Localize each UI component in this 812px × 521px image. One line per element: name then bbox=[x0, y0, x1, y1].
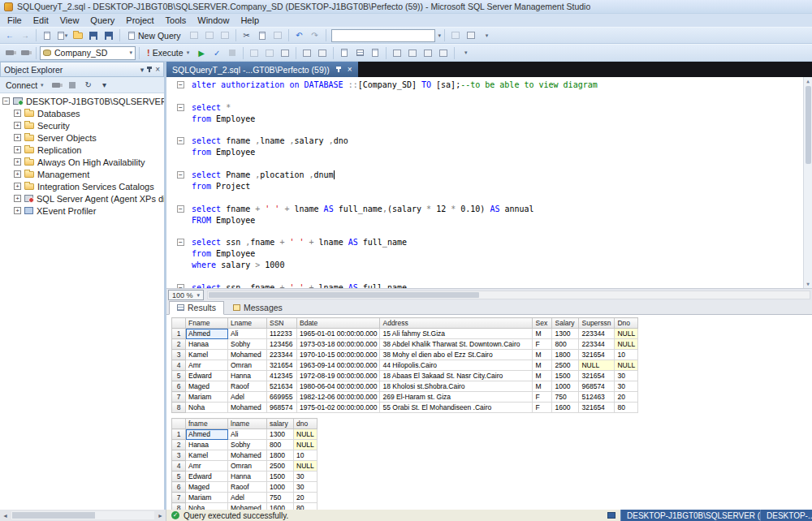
grid-cell[interactable]: Raoof bbox=[228, 381, 267, 392]
open-file-icon[interactable] bbox=[71, 28, 85, 42]
grid-cell[interactable]: 55 Orabi St. El Mohandiseen .Cairo bbox=[380, 403, 533, 413]
grid-cell[interactable]: Mariam bbox=[186, 493, 228, 503]
editor-horizontal-scrollbar[interactable] bbox=[207, 291, 810, 299]
include-client-statistics-icon[interactable] bbox=[315, 46, 330, 60]
expand-icon[interactable]: + bbox=[14, 110, 21, 117]
grid-cell[interactable]: 1800 bbox=[552, 350, 579, 360]
grid-cell[interactable]: 1600 bbox=[267, 503, 294, 510]
column-header[interactable]: salary bbox=[267, 419, 294, 429]
grid-cell[interactable]: Ali bbox=[228, 429, 267, 440]
row-header[interactable]: 7 bbox=[172, 493, 186, 503]
collapse-icon[interactable]: − bbox=[2, 97, 10, 105]
navigate-forward-icon[interactable]: → bbox=[18, 28, 32, 42]
menu-tools[interactable]: Tools bbox=[160, 15, 192, 26]
fold-collapse-icon[interactable]: − bbox=[177, 205, 184, 213]
code-line[interactable]: −select ssn ,fname + ' ' + lname AS full… bbox=[166, 237, 802, 248]
grid-cell[interactable]: 1300 bbox=[552, 329, 579, 339]
grid-cell[interactable]: Adel bbox=[228, 493, 267, 503]
grid-cell[interactable]: 30 bbox=[294, 482, 317, 493]
grid-cell[interactable]: 20 bbox=[294, 493, 317, 503]
new-project-icon[interactable]: ▾ bbox=[55, 28, 70, 42]
grid-cell[interactable]: NULL bbox=[294, 440, 317, 450]
code-line[interactable]: from Employee bbox=[166, 248, 802, 260]
grid-cell[interactable]: 512463 bbox=[579, 392, 615, 403]
grid-cell[interactable]: 1975-01-02 00:00:00.000 bbox=[297, 403, 380, 413]
grid-cell[interactable]: 44 Hilopolis.Cairo bbox=[380, 360, 533, 371]
find-dropdown-icon[interactable]: ▾ bbox=[438, 32, 442, 39]
grid-cell[interactable]: 112233 bbox=[267, 329, 297, 339]
new-query-icon[interactable] bbox=[40, 28, 54, 42]
column-header[interactable]: Salary bbox=[552, 318, 579, 329]
find-combobox[interactable] bbox=[331, 29, 435, 42]
tab-messages[interactable]: Messages bbox=[226, 302, 290, 314]
grid-corner[interactable] bbox=[172, 318, 186, 329]
code-line[interactable] bbox=[166, 192, 802, 204]
decrease-indent-icon[interactable] bbox=[421, 46, 435, 60]
grid-cell[interactable]: Ahmed bbox=[186, 429, 228, 440]
refresh-icon[interactable]: ↻ bbox=[81, 78, 96, 92]
grid-cell[interactable]: 521634 bbox=[267, 381, 297, 392]
grid-cell[interactable]: 1982-12-06 00:00:00.000 bbox=[297, 392, 380, 403]
grid-cell[interactable]: Mohamed bbox=[228, 503, 267, 510]
code-line[interactable] bbox=[166, 158, 802, 170]
tree-node[interactable]: +XEvent Profiler bbox=[0, 205, 164, 217]
grid-cell[interactable]: 1500 bbox=[267, 471, 294, 482]
scroll-left-icon[interactable]: ◄ bbox=[0, 513, 11, 519]
row-header[interactable]: 3 bbox=[172, 450, 186, 461]
stop-icon[interactable] bbox=[65, 78, 80, 92]
xmla-query-icon[interactable] bbox=[218, 28, 232, 42]
scrollbar-thumb[interactable] bbox=[12, 512, 95, 519]
code-line[interactable]: −select Pname ,plocation ,dnum bbox=[166, 170, 802, 181]
grid-cell[interactable]: 18 Kholosi st.Shobra.Cairo bbox=[380, 381, 533, 392]
row-header[interactable]: 2 bbox=[172, 339, 186, 350]
objexp-horizontal-scrollbar[interactable]: ◄ ► bbox=[0, 510, 166, 521]
grid-cell[interactable]: F bbox=[533, 339, 552, 350]
menu-query[interactable]: Query bbox=[84, 15, 120, 26]
code-line[interactable] bbox=[166, 271, 802, 282]
grid-cell[interactable]: 18 Abaas El 3akaad St. Nasr City.Cairo bbox=[380, 371, 533, 381]
include-actual-plan-icon[interactable] bbox=[300, 46, 314, 60]
grid-cell[interactable]: 1970-10-15 00:00:00.000 bbox=[297, 350, 380, 360]
expand-icon[interactable]: + bbox=[14, 183, 21, 190]
tree-node[interactable]: +SQL Server Agent (Agent XPs disabled) bbox=[0, 192, 164, 205]
grid-cell[interactable]: Mohamed bbox=[228, 403, 267, 413]
tab-sqlquery[interactable]: SQLQueryT_2.sql -...GT0B\Perfecto (59)) … bbox=[166, 62, 358, 77]
execute-dropdown-icon[interactable]: ▾ bbox=[187, 50, 190, 56]
code-editor[interactable]: −alter authorization on DATABASE ::[Comp… bbox=[166, 77, 812, 288]
grid-cell[interactable]: 321654 bbox=[579, 403, 615, 413]
grid-cell[interactable]: 30 bbox=[615, 381, 638, 392]
grid-cell[interactable]: 1972-08-19 00:00:00.000 bbox=[297, 371, 380, 381]
grid-cell[interactable]: Amr bbox=[186, 461, 228, 471]
undo-icon[interactable]: ↶ bbox=[292, 28, 307, 42]
copy-icon[interactable] bbox=[255, 28, 270, 42]
grid-cell[interactable]: 123456 bbox=[267, 339, 297, 350]
grid-cell[interactable]: Mariam bbox=[186, 392, 228, 403]
grid-cell[interactable]: 1963-09-14 00:00:00.000 bbox=[297, 360, 380, 371]
fold-collapse-icon[interactable]: − bbox=[177, 104, 184, 111]
column-header[interactable]: lname bbox=[228, 419, 267, 429]
tree-node[interactable]: +Security bbox=[0, 119, 164, 131]
query-options-icon[interactable] bbox=[262, 46, 277, 60]
column-header[interactable]: Superssn bbox=[579, 318, 615, 329]
code-line[interactable]: −alter authorization on DATABASE ::[Comp… bbox=[166, 80, 802, 91]
grid-cell[interactable]: 15 Ali fahmy St.Giza bbox=[380, 329, 533, 339]
comment-icon[interactable] bbox=[390, 46, 404, 60]
column-header[interactable]: Bdate bbox=[297, 318, 380, 329]
cut-icon[interactable]: ✂ bbox=[240, 28, 254, 42]
database-engine-query-icon[interactable] bbox=[187, 28, 201, 42]
grid-cell[interactable]: 80 bbox=[294, 503, 317, 510]
grid-cell[interactable]: Noha bbox=[186, 403, 228, 413]
parse-icon[interactable]: ✓ bbox=[209, 46, 224, 60]
expand-icon[interactable]: + bbox=[14, 195, 21, 202]
column-header[interactable]: SSN bbox=[267, 318, 297, 329]
grid-cell[interactable]: Maged bbox=[186, 482, 228, 493]
grid-cell[interactable]: 968574 bbox=[579, 381, 615, 392]
fold-collapse-icon[interactable]: − bbox=[177, 239, 184, 246]
grid-cell[interactable]: 223344 bbox=[267, 350, 297, 360]
grid-cell[interactable]: 1973-03-18 00:00:00.000 bbox=[297, 339, 380, 350]
grid-cell[interactable]: 750 bbox=[552, 392, 579, 403]
database-selector[interactable]: Company_SD ▾ bbox=[40, 46, 136, 60]
grid-cell[interactable]: 223344 bbox=[579, 329, 615, 339]
properties-icon[interactable] bbox=[464, 28, 478, 42]
zoom-control[interactable]: 100 % ▾ bbox=[168, 290, 204, 300]
